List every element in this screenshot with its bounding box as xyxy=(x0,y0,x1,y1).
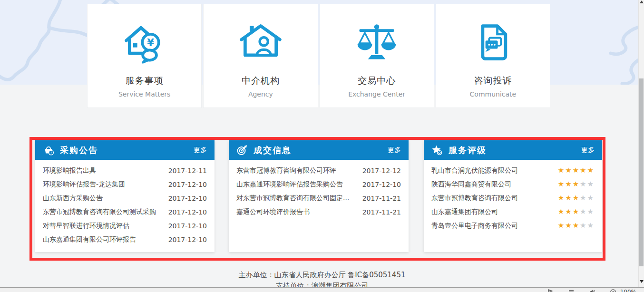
star-empty-icon: ★ xyxy=(587,221,595,230)
announcement-row[interactable]: 山东新西方采购公告 2017-12-10 xyxy=(43,191,207,205)
scroll-up-arrow-icon[interactable] xyxy=(640,0,644,3)
scrollbar-thumb[interactable] xyxy=(639,78,644,266)
vertical-scrollbar[interactable] xyxy=(638,0,644,287)
rating-row[interactable]: 乳山市合润光伏能源有限公司 ★★★★★ xyxy=(431,164,595,177)
announcement-title[interactable]: 东营市冠博教育咨询有限公司测试采购 xyxy=(43,208,156,216)
star-filled-icon: ★ xyxy=(558,166,565,175)
card-subtitle: Agency xyxy=(248,90,273,98)
star-empty-icon: ★ xyxy=(587,194,595,202)
announcement-row[interactable]: 环境影响报告出具 2017-12-11 xyxy=(43,164,207,177)
deal-row[interactable]: 山东嘉通环境影响评估报告采购公告 2017-12-10 xyxy=(236,177,401,191)
card-subtitle: Exchange Center xyxy=(348,90,405,98)
panel-body: 环境影响报告出具 2017-12-11 环境影响评估报告-龙达集团 2017-1… xyxy=(35,160,215,246)
announcement-date: 2017-12-10 xyxy=(168,222,207,230)
deal-row[interactable]: 嘉通公司环境评价报告书 2017-11-21 xyxy=(236,205,401,219)
announcement-date: 2017-12-10 xyxy=(168,208,207,216)
more-link[interactable]: 更多 xyxy=(194,146,207,155)
footer-host-unit: 主办单位：山东省人民政府办公厅 鲁IC备05051451 xyxy=(0,271,644,280)
card-title: 中介机构 xyxy=(242,75,280,87)
card-subtitle: Service Matters xyxy=(118,90,171,98)
panel-header: 采购公告 更多 xyxy=(35,140,215,160)
company-name[interactable]: 陕西海华同鑫商贸有限公司 xyxy=(431,180,511,189)
announcement-title[interactable]: 环境影响报告出具 xyxy=(43,166,96,175)
scales-icon xyxy=(354,19,400,68)
announcement-date: 2017-12-10 xyxy=(168,181,207,188)
star-empty-icon: ★ xyxy=(580,180,587,188)
star-empty-icon: ★ xyxy=(587,180,595,188)
company-name[interactable]: 东营市冠博教育咨询有限公司 xyxy=(431,194,518,203)
house-chat-icon: ¥ xyxy=(122,19,167,68)
deal-title[interactable]: 山东嘉通环境影响评估报告采购公告 xyxy=(236,180,343,189)
panel-title: 服务评级 xyxy=(449,145,581,156)
star-empty-icon: ★ xyxy=(580,221,587,230)
star-filled-icon: ★ xyxy=(565,180,572,188)
basket-icon xyxy=(43,145,54,156)
list-icon[interactable] xyxy=(568,289,575,292)
star-filled-icon: ★ xyxy=(558,194,565,202)
company-name[interactable]: 青岛壹公里电子商务有限公司 xyxy=(431,222,518,230)
document-chat-icon xyxy=(470,19,516,68)
star-filled-icon: ★ xyxy=(565,166,572,175)
announcement-title[interactable]: 山东嘉通集团有限公司环评报告 xyxy=(43,235,136,244)
deal-row[interactable]: 对东营市冠博教育咨询有限公司固定... 2017-11-21 xyxy=(236,191,401,205)
panel-deal-info: 成交信息 更多 东营市冠博教育咨询有限公司环评 2017-12-12 山东嘉通环… xyxy=(229,140,409,252)
panel-body: 东营市冠博教育咨询有限公司环评 2017-12-12 山东嘉通环境影响评估报告采… xyxy=(229,160,409,219)
announcement-date: 2017-12-10 xyxy=(168,236,207,243)
star-filled-icon: ★ xyxy=(573,166,580,175)
announcement-title[interactable]: 山东新西方采购公告 xyxy=(43,194,103,203)
panel-body: 乳山市合润光伏能源有限公司 ★★★★★ 陕西海华同鑫商贸有限公司 ★★★★★ 东… xyxy=(424,160,602,233)
status-icons: 100% xyxy=(547,289,636,292)
card-title: 服务事项 xyxy=(126,75,164,87)
announcement-row[interactable]: 对彗星智联进行环境情况评估 2017-12-10 xyxy=(43,219,207,233)
browser-status-bar: 100% xyxy=(0,287,644,292)
rating-row[interactable]: 陕西海华同鑫商贸有限公司 ★★★★★ xyxy=(431,177,595,191)
deal-row[interactable]: 东营市冠博教育咨询有限公司环评 2017-12-12 xyxy=(236,164,401,177)
star-filled-icon: ★ xyxy=(558,221,565,230)
panel-title: 成交信息 xyxy=(254,145,388,156)
star-rating: ★★★★★ xyxy=(558,195,595,202)
star-rating: ★★★★★ xyxy=(558,167,595,174)
announcement-date: 2017-12-11 xyxy=(168,167,207,175)
star-filled-icon: ★ xyxy=(587,166,595,175)
deal-title[interactable]: 嘉通公司环境评价报告书 xyxy=(236,208,310,216)
rating-row[interactable]: 山东嘉通集团有限公司 ★★★★★ xyxy=(431,205,595,219)
deal-title[interactable]: 对东营市冠博教育咨询有限公司固定... xyxy=(236,194,349,203)
panel-header: 服务评级 更多 xyxy=(424,140,602,160)
flag-icon[interactable] xyxy=(547,289,554,292)
speaker-icon[interactable] xyxy=(589,289,595,292)
service-cards-row: ¥ 服务事项 Service Matters 中介机构 Agency xyxy=(87,4,550,108)
more-link[interactable]: 更多 xyxy=(388,146,401,155)
star-empty-icon: ★ xyxy=(580,207,587,216)
company-name[interactable]: 乳山市合润光伏能源有限公司 xyxy=(431,166,518,175)
card-service-matters[interactable]: ¥ 服务事项 Service Matters xyxy=(87,4,202,108)
rating-row[interactable]: 东营市冠博教育咨询有限公司 ★★★★★ xyxy=(431,191,595,205)
svg-text:¥: ¥ xyxy=(147,37,154,49)
zoom-level[interactable]: 100% xyxy=(620,289,636,292)
deal-date: 2017-12-10 xyxy=(362,181,401,188)
announcement-row[interactable]: 东营市冠博教育咨询有限公司测试采购 2017-12-10 xyxy=(43,205,207,219)
announcement-row[interactable]: 环境影响评估报告-龙达集团 2017-12-10 xyxy=(43,177,207,191)
star-rating: ★★★★★ xyxy=(558,222,595,229)
star-filled-icon: ★ xyxy=(558,180,565,188)
more-link[interactable]: 更多 xyxy=(581,146,595,155)
company-name[interactable]: 山东嘉通集团有限公司 xyxy=(431,208,498,216)
zoom-in-icon[interactable] xyxy=(610,289,616,292)
rating-row[interactable]: 青岛壹公里电子商务有限公司 ★★★★★ xyxy=(431,219,595,233)
announcement-title[interactable]: 环境影响评估报告-龙达集团 xyxy=(43,180,125,189)
card-communicate[interactable]: 咨询投诉 Communicate xyxy=(436,4,550,108)
card-agency[interactable]: 中介机构 Agency xyxy=(203,4,318,108)
deal-date: 2017-11-21 xyxy=(362,195,401,202)
star-filled-icon: ★ xyxy=(565,207,572,216)
deal-date: 2017-12-12 xyxy=(362,167,401,175)
card-exchange-center[interactable]: 交易中心 Exchange Center xyxy=(320,4,434,108)
house-person-icon xyxy=(238,19,283,68)
scroll-down-arrow-icon[interactable] xyxy=(640,280,644,283)
star-filled-icon: ★ xyxy=(565,221,572,230)
announcement-title[interactable]: 对彗星智联进行环境情况评估 xyxy=(43,222,129,230)
star-filled-icon: ★ xyxy=(573,194,580,202)
star-filled-icon: ★ xyxy=(558,207,565,216)
star-rating: ★★★★★ xyxy=(558,181,595,188)
deal-title[interactable]: 东营市冠博教育咨询有限公司环评 xyxy=(236,166,336,175)
announcement-row[interactable]: 山东嘉通集团有限公司环评报告 2017-12-10 xyxy=(43,233,207,246)
star-rating: ★★★★★ xyxy=(558,208,595,215)
